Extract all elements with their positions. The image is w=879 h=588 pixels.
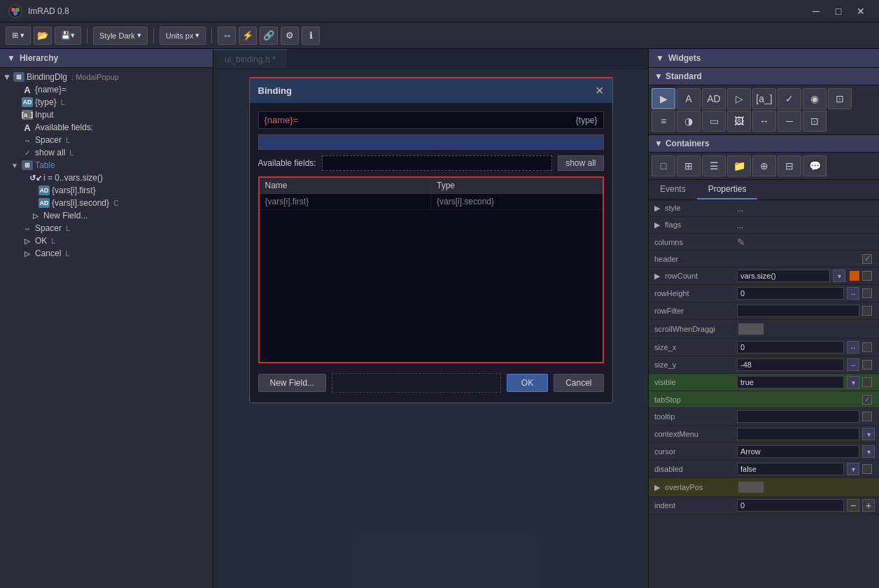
disabled-dropdown-btn[interactable]: ▾ xyxy=(847,463,859,475)
new-field-button[interactable]: New Field... xyxy=(258,374,326,392)
available-fields-input[interactable] xyxy=(322,155,552,171)
tab-widget-btn[interactable]: ⊕ xyxy=(752,155,776,176)
flash-icon-button[interactable]: ⚡ xyxy=(239,27,257,45)
edit-icon[interactable]: ✎ xyxy=(737,237,745,248)
visible-checkbox[interactable]: ✓ xyxy=(862,377,872,387)
custom-widget-btn[interactable]: ⊡ xyxy=(803,111,827,132)
list-item[interactable]: ▼ ⊞ Table xyxy=(0,159,213,172)
disabled-checkbox[interactable]: ✓ xyxy=(862,464,872,474)
hierarchy-collapse-icon[interactable]: ▼ xyxy=(7,53,15,63)
properties-tab[interactable]: Properties xyxy=(697,180,758,200)
header-checkbox[interactable]: ✓ xyxy=(862,254,872,264)
list-item[interactable]: ▷ New Field... xyxy=(0,209,213,222)
sizey-checkbox[interactable]: ✓ xyxy=(862,360,872,370)
cursor-input[interactable] xyxy=(737,445,859,458)
settings-button[interactable]: ⚙ xyxy=(281,27,299,45)
list-item[interactable]: AD {type} L xyxy=(0,96,213,108)
list-item[interactable]: ▷ Cancel L xyxy=(0,247,213,260)
list-item[interactable]: ↔ Spacer L xyxy=(0,134,213,146)
rowfilter-input[interactable] xyxy=(737,304,859,317)
visible-input[interactable] xyxy=(737,376,844,388)
list-widget-btn[interactable]: ≡ xyxy=(652,111,675,132)
rowheight-input[interactable] xyxy=(737,287,844,300)
visible-dropdown-btn[interactable]: ▾ xyxy=(847,376,859,388)
units-dropdown[interactable]: Units px ▾ xyxy=(160,27,206,45)
disabled-input[interactable] xyxy=(737,463,844,475)
show-all-button[interactable]: show all xyxy=(558,155,603,171)
hsplit-widget-btn[interactable]: ⊟ xyxy=(778,155,801,176)
image-widget-btn[interactable]: ▭ xyxy=(702,111,726,132)
indent-minus-button[interactable]: − xyxy=(847,499,859,512)
contextmenu-dropdown-btn[interactable]: ▾ xyxy=(862,428,875,440)
standard-section-header[interactable]: ▼ Standard xyxy=(649,68,879,85)
sizex-checkbox[interactable]: ✓ xyxy=(862,342,872,352)
rowcount-input[interactable] xyxy=(737,270,830,282)
text2-widget-btn[interactable]: [a_] xyxy=(752,88,776,109)
list-item[interactable]: [a_] Input xyxy=(0,108,213,121)
rowheight-arrow-btn[interactable]: ↔ xyxy=(847,287,859,300)
maximize-button[interactable]: □ xyxy=(829,4,848,19)
sizey-arrow-btn[interactable]: ↔ xyxy=(847,358,859,371)
overlaypos-toggle[interactable] xyxy=(738,482,764,493)
text-widget-btn[interactable]: A xyxy=(677,88,701,109)
child-widget-btn[interactable]: 💬 xyxy=(803,155,827,176)
rowheight-checkbox[interactable]: ✓ xyxy=(862,288,872,298)
combo-widget-btn[interactable]: ⊡ xyxy=(828,88,852,109)
table-row[interactable]: {vars[i].first} {vars[i].second} xyxy=(260,194,603,210)
minimize-button[interactable]: ─ xyxy=(806,4,826,19)
img2-widget-btn[interactable]: 🖼 xyxy=(727,111,751,132)
expand-icon[interactable]: ▶ xyxy=(654,272,660,280)
cursor-dropdown-btn[interactable]: ▾ xyxy=(862,445,875,458)
events-tab[interactable]: Events xyxy=(649,180,697,200)
cursor-widget-btn[interactable]: ▶ xyxy=(652,88,675,109)
list-item[interactable]: AD {vars[i].first} xyxy=(0,184,213,197)
save-button[interactable]: 💾▾ xyxy=(55,27,81,45)
sizex-input[interactable] xyxy=(737,341,844,354)
grid-widget-btn[interactable]: ⊞ xyxy=(677,155,701,176)
rowfilter-checkbox[interactable]: ✓ xyxy=(862,306,872,316)
list-item[interactable]: ↔ Spacer L xyxy=(0,222,213,234)
dialog-close-button[interactable]: ✕ xyxy=(595,84,604,97)
containers-section-header[interactable]: ▼ Containers xyxy=(649,135,879,153)
rowcount-checkbox[interactable]: ✓ xyxy=(862,271,872,281)
sizey-input[interactable] xyxy=(737,358,844,371)
widgets-collapse-icon[interactable]: ▼ xyxy=(656,53,664,63)
style-dropdown[interactable]: Style Dark ▾ xyxy=(93,27,148,45)
indent-input[interactable] xyxy=(737,499,844,512)
expand-icon[interactable]: ▶ xyxy=(654,220,660,229)
sizex-arrow-btn[interactable]: ↔ xyxy=(847,341,859,354)
color-widget-btn[interactable]: ◑ xyxy=(677,111,701,132)
indent-plus-button[interactable]: + xyxy=(862,499,875,512)
expand-icon[interactable]: ▶ xyxy=(654,204,660,212)
list-item[interactable]: A {name}= xyxy=(0,83,213,96)
list-item[interactable]: ▷ OK L xyxy=(0,234,213,247)
cancel-button[interactable]: Cancel xyxy=(554,374,603,392)
radio-widget-btn[interactable]: ◉ xyxy=(803,88,827,109)
close-button[interactable]: ✕ xyxy=(851,4,871,19)
sync-icon-button[interactable]: ↔ xyxy=(218,27,236,45)
scroll-toggle[interactable] xyxy=(738,323,764,335)
info-button[interactable]: ℹ xyxy=(302,27,320,45)
tabstop-checkbox[interactable]: ✓ xyxy=(862,395,872,405)
tooltip-checkbox[interactable]: ✓ xyxy=(862,412,872,421)
input-widget-btn[interactable]: AD xyxy=(702,88,726,109)
list-item[interactable]: ✓ show all L xyxy=(0,146,213,159)
ok-button[interactable]: OK xyxy=(507,374,548,392)
open-file-button[interactable]: 📂 xyxy=(34,27,52,45)
collapsible-widget-btn[interactable]: 📁 xyxy=(727,155,751,176)
separator-widget-btn[interactable]: ↔ xyxy=(752,111,776,132)
new-file-button[interactable]: ⊞▾ xyxy=(6,27,31,45)
window-widget-btn[interactable]: □ xyxy=(652,155,675,176)
line-widget-btn[interactable]: ─ xyxy=(778,111,801,132)
contextmenu-input[interactable] xyxy=(737,428,859,440)
tree-widget-btn[interactable]: ☰ xyxy=(702,155,726,176)
link-icon-button[interactable]: 🔗 xyxy=(260,27,278,45)
list-item[interactable]: A Available fields: xyxy=(0,121,213,134)
list-item[interactable]: ↺↙ i = 0..vars.size() xyxy=(0,172,213,184)
rowcount-dropdown-btn[interactable]: ▾ xyxy=(833,270,845,282)
check-widget-btn[interactable]: ✓ xyxy=(778,88,801,109)
list-item[interactable]: AD {vars[i].second} C xyxy=(0,197,213,209)
tooltip-input[interactable] xyxy=(737,410,859,423)
binding-input-bar[interactable] xyxy=(258,134,604,150)
list-item[interactable]: ▼ ⊞ BindingDlg : ModalPopup xyxy=(0,71,213,83)
